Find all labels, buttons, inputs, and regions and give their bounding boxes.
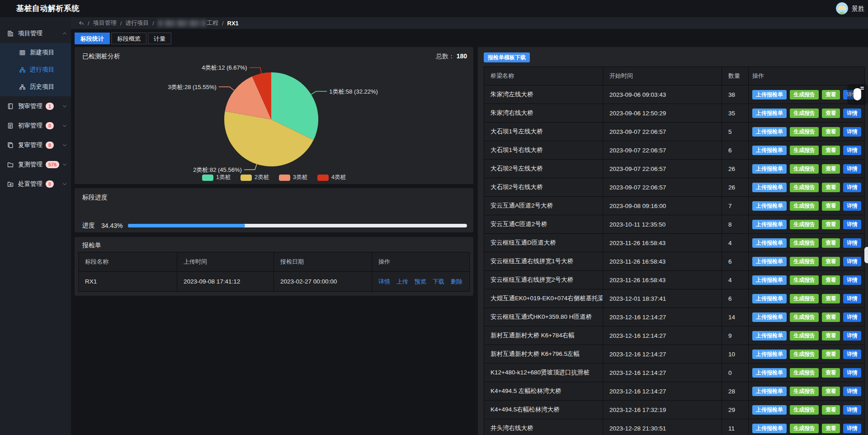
detail-button[interactable]: 详情 [843, 183, 861, 192]
generate-report-button[interactable]: 生成报告 [790, 164, 819, 174]
view-button[interactable]: 查看 [822, 275, 840, 285]
view-button[interactable]: 查看 [822, 350, 840, 359]
detail-link[interactable]: 详情 [378, 278, 390, 286]
detail-button[interactable]: 详情 [843, 350, 861, 359]
upload-inspection-button[interactable]: 上传报检单 [752, 220, 787, 229]
user-avatar[interactable] [836, 2, 848, 14]
detail-button[interactable]: 详情 [843, 312, 861, 322]
view-button[interactable]: 查看 [822, 368, 840, 378]
upload-inspection-button[interactable]: 上传报检单 [752, 312, 787, 322]
view-button[interactable]: 查看 [822, 387, 840, 396]
breadcrumb-item-project-management[interactable]: 项目管理 [93, 19, 117, 27]
detail-button[interactable]: 详情 [843, 387, 861, 396]
view-button[interactable]: 查看 [822, 312, 840, 322]
generate-report-button[interactable]: 生成报告 [790, 312, 819, 322]
upload-inspection-button[interactable]: 上传报检单 [752, 257, 787, 266]
detail-button[interactable]: 详情 [843, 424, 861, 433]
upload-inspection-button[interactable]: 上传报检单 [752, 146, 787, 155]
sidebar-item-new-project[interactable]: 新建项目 [0, 44, 71, 61]
view-button[interactable]: 查看 [822, 424, 840, 433]
detail-button[interactable]: 详情 [843, 405, 861, 415]
upload-inspection-button[interactable]: 上传报检单 [752, 127, 787, 137]
generate-report-button[interactable]: 生成报告 [790, 109, 819, 118]
generate-report-button[interactable]: 生成报告 [790, 127, 819, 137]
upload-inspection-button[interactable]: 上传报检单 [752, 275, 787, 285]
sidebar-item-history-project[interactable]: 历史项目 [0, 78, 71, 95]
upload-inspection-button[interactable]: 上传报检单 [752, 294, 787, 303]
template-download-button[interactable]: 报检单模板下载 [484, 52, 530, 62]
breadcrumb-item-ongoing-project[interactable]: 进行项目 [125, 19, 149, 27]
generate-report-button[interactable]: 生成报告 [790, 90, 819, 99]
upload-inspection-button[interactable]: 上传报检单 [752, 164, 787, 174]
upload-inspection-button[interactable]: 上传报检单 [752, 201, 787, 211]
sidebar-group-pre-review[interactable]: 预审管理1 [0, 96, 71, 116]
generate-report-button[interactable]: 生成报告 [790, 294, 819, 303]
view-button[interactable]: 查看 [822, 109, 840, 118]
generate-report-button[interactable]: 生成报告 [790, 201, 819, 211]
detail-button[interactable]: 详情 [843, 238, 861, 248]
sidebar-group-re-measure[interactable]: 复测管理576 [0, 155, 71, 174]
tab-section-overview[interactable]: 标段概览 [111, 33, 146, 44]
view-button[interactable]: 查看 [822, 405, 840, 415]
upload-inspection-button[interactable]: 上传报检单 [752, 90, 787, 99]
generate-report-button[interactable]: 生成报告 [790, 257, 819, 266]
upload-inspection-button[interactable]: 上传报检单 [752, 183, 787, 192]
scrollbar-thumb[interactable] [864, 247, 868, 263]
sidebar-group-first-review[interactable]: 初审管理0 [0, 116, 71, 135]
detail-button[interactable]: 详情 [843, 109, 861, 118]
detail-button[interactable]: 详情 [843, 294, 861, 303]
legend-item-3类桩[interactable]: 3类桩 [279, 174, 307, 181]
upload-inspection-button[interactable]: 上传报检单 [752, 368, 787, 378]
upload-link[interactable]: 上传 [396, 278, 408, 286]
detail-button[interactable]: 详情 [843, 331, 861, 340]
view-button[interactable]: 查看 [822, 257, 840, 266]
generate-report-button[interactable]: 生成报告 [790, 387, 819, 396]
tab-section-stats[interactable]: 标段统计 [75, 33, 110, 44]
view-button[interactable]: 查看 [822, 220, 840, 229]
delete-link[interactable]: 删除 [451, 278, 462, 286]
view-button[interactable]: 查看 [822, 183, 840, 192]
detail-button[interactable]: 详情 [843, 257, 861, 266]
view-button[interactable]: 查看 [822, 146, 840, 155]
detail-button[interactable]: 详情 [843, 368, 861, 378]
view-button[interactable]: 查看 [822, 294, 840, 303]
view-button[interactable]: 查看 [822, 90, 840, 99]
view-button[interactable]: 查看 [822, 164, 840, 174]
sidebar-group-project-management[interactable]: 项目管理 [0, 24, 71, 43]
upload-inspection-button[interactable]: 上传报检单 [752, 238, 787, 248]
upload-inspection-button[interactable]: 上传报检单 [752, 424, 787, 433]
view-button[interactable]: 查看 [822, 127, 840, 137]
upload-inspection-button[interactable]: 上传报检单 [752, 331, 787, 340]
detail-button[interactable]: 详情 [843, 201, 861, 211]
detail-button[interactable]: 详情 [843, 220, 861, 229]
generate-report-button[interactable]: 生成报告 [790, 275, 819, 285]
generate-report-button[interactable]: 生成报告 [790, 350, 819, 359]
view-button[interactable]: 查看 [822, 238, 840, 248]
upload-inspection-button[interactable]: 上传报检单 [752, 405, 787, 415]
generate-report-button[interactable]: 生成报告 [790, 146, 819, 155]
upload-inspection-button[interactable]: 上传报检单 [752, 350, 787, 359]
generate-report-button[interactable]: 生成报告 [790, 220, 819, 229]
upload-inspection-button[interactable]: 上传报检单 [752, 109, 787, 118]
preview-link[interactable]: 预览 [415, 278, 426, 286]
generate-report-button[interactable]: 生成报告 [790, 331, 819, 340]
sidebar-group-disposal[interactable]: 处置管理0 [0, 174, 71, 194]
download-link[interactable]: 下载 [433, 278, 444, 286]
legend-item-1类桩[interactable]: 1类桩 [202, 174, 231, 181]
upload-inspection-button[interactable]: 上传报检单 [752, 387, 787, 396]
legend-item-2类桩[interactable]: 2类桩 [241, 174, 269, 181]
sidebar-group-re-review[interactable]: 复审管理8 [0, 135, 71, 155]
detail-button[interactable]: 详情 [843, 146, 861, 155]
sidebar-item-ongoing-project[interactable]: 进行项目 [0, 61, 71, 78]
generate-report-button[interactable]: 生成报告 [790, 183, 819, 192]
generate-report-button[interactable]: 生成报告 [790, 405, 819, 415]
detail-button[interactable]: 详情 [843, 275, 861, 285]
generate-report-button[interactable]: 生成报告 [790, 368, 819, 378]
generate-report-button[interactable]: 生成报告 [790, 238, 819, 248]
back-icon[interactable] [78, 20, 84, 26]
generate-report-button[interactable]: 生成报告 [790, 424, 819, 433]
detail-button[interactable]: 详情 [843, 164, 861, 174]
tab-measurement[interactable]: 计量 [148, 33, 171, 44]
view-button[interactable]: 查看 [822, 201, 840, 211]
view-button[interactable]: 查看 [822, 331, 840, 340]
